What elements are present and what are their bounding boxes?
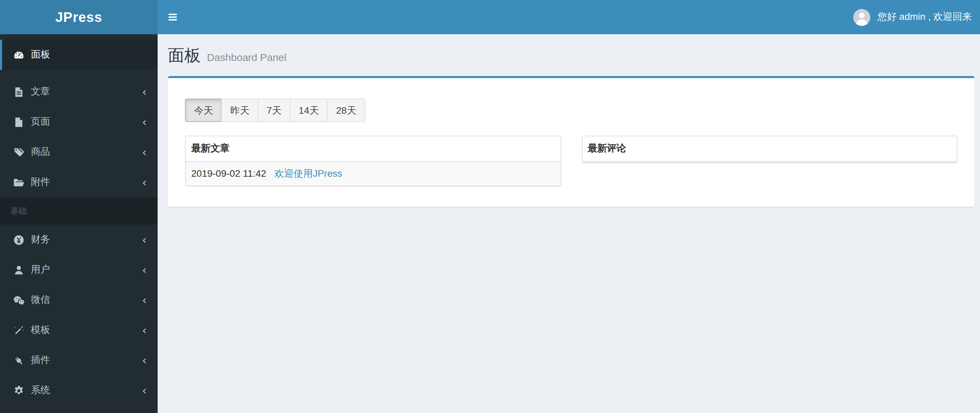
chevron-left-icon: ‹	[142, 234, 158, 246]
plug-icon	[13, 354, 25, 366]
file-text-icon	[13, 86, 25, 98]
content-header: 面板 Dashboard Panel	[158, 34, 980, 67]
filter-button-today[interactable]: 今天	[185, 98, 222, 122]
sidebar-item-label: 模板	[31, 324, 50, 336]
user-greeting: 您好 admin , 欢迎回来	[878, 11, 972, 23]
sidebar-item-wechat[interactable]: 微信 ‹	[0, 285, 158, 315]
sidebar-item-dashboard[interactable]: 面板	[0, 40, 158, 70]
date-range-filter-group: 今天 昨天 7天 14天 28天	[185, 98, 365, 122]
tachometer-icon	[13, 49, 25, 60]
chevron-left-icon: ‹	[142, 264, 158, 276]
user-avatar-icon	[854, 9, 871, 26]
chevron-left-icon: ‹	[142, 324, 158, 336]
magic-wand-icon	[13, 324, 25, 336]
sidebar-item-templates[interactable]: 模板 ‹	[0, 315, 158, 345]
content-area: 面板 Dashboard Panel 今天 昨天 7天 14天 28天	[158, 34, 980, 413]
page-subtitle: Dashboard Panel	[207, 51, 286, 63]
top-header: JPress 您好 admin , 欢迎回来	[0, 0, 980, 34]
user-menu[interactable]: 您好 admin , 欢迎回来	[854, 9, 980, 26]
sidebar-item-label: 财务	[31, 234, 50, 246]
sidebar-item-products[interactable]: 商品 ‹	[0, 137, 158, 167]
sidebar-item-label: 插件	[31, 354, 50, 367]
sidebar-item-label: 附件	[31, 176, 50, 188]
sidebar-item-label: 文章	[31, 86, 50, 98]
dashboard-box: 今天 昨天 7天 14天 28天 最新文章	[168, 76, 975, 207]
chevron-left-icon: ‹	[142, 294, 158, 306]
sidebar-item-pages[interactable]: 页面 ‹	[0, 107, 158, 137]
top-navbar: 您好 admin , 欢迎回来	[158, 0, 980, 34]
sidebar-toggle-button[interactable]	[158, 0, 188, 34]
dashboard-panels: 最新文章 2019-09-02 11:42欢迎使用JPress	[185, 136, 958, 186]
content-body: 今天 昨天 7天 14天 28天 最新文章	[158, 67, 980, 207]
sidebar-item-label: 页面	[31, 116, 50, 128]
latest-comments-title: 最新评论	[582, 136, 957, 162]
sidebar-item-plugins[interactable]: 插件 ‹	[0, 345, 158, 375]
sidebar-item-label: 系统	[31, 384, 50, 397]
yen-circle-icon	[13, 234, 25, 246]
file-icon	[13, 116, 25, 128]
sidebar-section-header: 基础	[0, 197, 158, 225]
chevron-left-icon: ‹	[142, 146, 158, 158]
sidebar-item-articles[interactable]: 文章 ‹	[0, 77, 158, 107]
gear-icon	[13, 384, 25, 396]
sidebar: 面板 文章 ‹ 页面 ‹ 商品 ‹	[0, 34, 158, 413]
latest-comments-panel: 最新评论	[581, 136, 958, 163]
article-link[interactable]: 欢迎使用JPress	[274, 168, 342, 179]
latest-articles-title: 最新文章	[186, 136, 560, 162]
chevron-left-icon: ‹	[142, 176, 158, 188]
sidebar-item-label: 用户	[31, 264, 50, 276]
filter-button-28d[interactable]: 28天	[327, 98, 365, 122]
wechat-icon	[13, 294, 25, 306]
sidebar-item-label: 微信	[31, 294, 50, 306]
chevron-left-icon: ‹	[142, 86, 158, 98]
filter-button-14d[interactable]: 14天	[290, 98, 328, 122]
folder-open-icon	[13, 176, 25, 188]
logo[interactable]: JPress	[0, 0, 158, 34]
sidebar-item-attachments[interactable]: 附件 ‹	[0, 167, 158, 197]
page-title: 面板	[168, 44, 201, 67]
jpress-admin-page: JPress 您好 admin , 欢迎回来 面板	[0, 0, 980, 413]
chevron-left-icon: ‹	[142, 116, 158, 128]
filter-button-7d[interactable]: 7天	[258, 98, 291, 122]
chevron-left-icon: ‹	[142, 384, 158, 396]
user-icon	[13, 264, 25, 276]
sidebar-item-finance[interactable]: 财务 ‹	[0, 225, 158, 255]
latest-articles-panel: 最新文章 2019-09-02 11:42欢迎使用JPress	[185, 136, 561, 186]
article-row: 2019-09-02 11:42欢迎使用JPress	[186, 162, 560, 186]
filter-button-yesterday[interactable]: 昨天	[221, 98, 258, 122]
article-time: 2019-09-02 11:42	[191, 168, 266, 179]
sidebar-item-label: 商品	[31, 146, 50, 158]
tags-icon	[13, 146, 25, 158]
sidebar-menu: 面板 文章 ‹ 页面 ‹ 商品 ‹	[0, 34, 158, 405]
hamburger-icon	[169, 14, 177, 15]
sidebar-item-system[interactable]: 系统 ‹	[0, 375, 158, 405]
sidebar-item-label: 面板	[31, 49, 50, 61]
sidebar-item-users[interactable]: 用户 ‹	[0, 255, 158, 285]
chevron-left-icon: ‹	[142, 354, 158, 366]
